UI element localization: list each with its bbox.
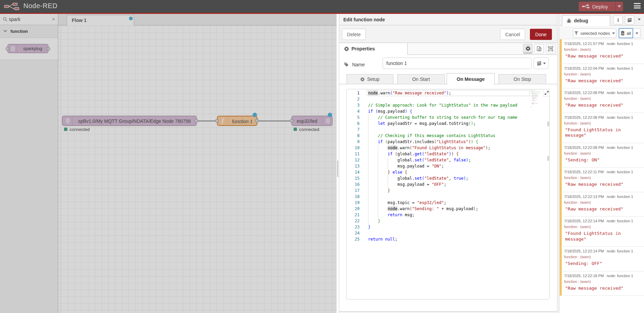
debug-message-node: node: function 1: [607, 274, 633, 278]
tray-resize-grip: [337, 160, 338, 177]
editor-minimap[interactable]: node.warn("Raw message received");// Sim…: [531, 90, 544, 109]
debug-message-text: "Raw message received": [564, 182, 636, 187]
edit-dialog-tab-row: Properties: [339, 43, 557, 55]
edit-dialog-header: Edit function node: [339, 14, 557, 25]
debug-clear-label: all: [626, 31, 631, 36]
expand-arrows-icon: [544, 91, 549, 95]
edit-appearance-button[interactable]: [546, 44, 555, 53]
deploy-caret-icon: [618, 5, 621, 7]
filter-funnel-icon: [574, 31, 578, 35]
tab-on-message[interactable]: On Message: [447, 73, 495, 85]
debug-message-time: 7/18/2025, 12:22:14 PM: [564, 219, 604, 223]
code-line: 15 global.set("ledState", true);: [347, 175, 550, 181]
done-button[interactable]: Done: [530, 29, 552, 40]
tab-setup[interactable]: Setup: [346, 74, 393, 84]
edit-description-button[interactable]: [534, 44, 544, 53]
debug-message-meta: function : (warn): [564, 121, 644, 125]
sidebar-options-caret[interactable]: [638, 19, 641, 20]
debug-message-node: node: function 1: [607, 146, 633, 150]
debug-message-meta: function : (warn): [564, 280, 644, 284]
edit-properties-button[interactable]: [523, 44, 533, 53]
code-line: 9 if (payloadStr.includes("LightStatus")…: [347, 139, 550, 145]
node-red-logo-icon: [4, 2, 20, 10]
code-line: 6 let payloadStr = msg.payload.toString(…: [347, 120, 550, 127]
code-line: 12 global.set("ledState", false);: [347, 157, 550, 163]
code-line: 17 }: [347, 187, 550, 194]
edit-dialog-title: Edit function node: [343, 17, 385, 22]
code-line: 25return null;: [347, 236, 550, 242]
overview-ruler-mark: [547, 156, 550, 161]
delete-button[interactable]: Delete: [342, 29, 366, 40]
debug-message[interactable]: 7/18/2025, 12:22:08 PMnode: function 1fu…: [560, 88, 644, 113]
book-icon: [627, 18, 632, 23]
code-line: 19 msg.topic = "esp32/led";: [347, 200, 550, 206]
debug-message[interactable]: 7/18/2025, 12:22:14 PMnode: function 1fu…: [560, 247, 644, 271]
debug-message-node: node: function 1: [607, 170, 633, 174]
code-line: 2: [347, 96, 550, 102]
help-tab-button[interactable]: [625, 16, 634, 24]
debug-message-text: "Found LightStatus in message": [564, 231, 636, 242]
debug-message-text: "Sending: OFF": [564, 261, 636, 267]
code-line: 13 msg.payload = "ON";: [347, 163, 550, 169]
tray-resize-handle[interactable]: [337, 14, 339, 313]
code-line: 10 node.warn("Found LightStatus in messa…: [347, 145, 550, 151]
debug-message-text: "Raw message received": [564, 103, 636, 108]
debug-message-time: 7/18/2025, 12:22:08 PM: [564, 146, 604, 150]
debug-message-text: "Sending: ON": [564, 157, 636, 163]
properties-tab-label: Properties: [351, 46, 375, 51]
debug-message-time: 7/18/2025, 12:21:57 PM: [564, 42, 604, 46]
cancel-button[interactable]: Cancel: [500, 29, 525, 40]
debug-message-text: "Raw message received": [564, 206, 636, 212]
code-line: 23}: [347, 224, 550, 230]
debug-message-time: 7/18/2025, 12:22:04 PM: [564, 66, 604, 70]
tab-properties[interactable]: Properties: [339, 43, 408, 55]
info-tab-button[interactable]: i: [614, 16, 623, 24]
debug-message-meta: function : (warn): [564, 72, 644, 76]
book-icon: [537, 61, 542, 66]
debug-tab-label: debug: [574, 18, 588, 23]
debug-message-text: "Raw message received": [564, 53, 636, 59]
editor-expand-button[interactable]: [543, 89, 550, 96]
function-tab-bar: SetupOn StartOn MessageOn Stop: [339, 74, 557, 84]
trash-icon: [621, 31, 625, 36]
chevron-down-icon: [612, 32, 615, 34]
tab-on-start[interactable]: On Start: [397, 74, 445, 84]
debug-message-node: node: function 1: [607, 66, 633, 70]
name-input[interactable]: [383, 58, 532, 69]
debug-filter-button[interactable]: selected nodes: [573, 28, 616, 38]
debug-message[interactable]: 7/18/2025, 12:22:08 PMnode: function 1fu…: [560, 113, 644, 143]
main-menu-button[interactable]: [634, 3, 641, 10]
code-line: 4if (msg.payload) {: [347, 108, 550, 114]
debug-message[interactable]: 7/18/2025, 12:22:18 PMnode: function 1fu…: [560, 271, 644, 296]
debug-message-meta: function : (warn): [564, 47, 644, 51]
code-editor[interactable]: 1node.warn("Raw message received");23// …: [346, 89, 550, 299]
debug-clear-options-button[interactable]: [633, 28, 641, 38]
gear-icon: [360, 77, 365, 82]
debug-message[interactable]: 7/18/2025, 12:22:04 PMnode: function 1fu…: [560, 64, 644, 89]
debug-message[interactable]: 7/18/2025, 12:22:11 PMnode: function 1fu…: [560, 167, 644, 192]
gear-icon: [344, 46, 349, 51]
debug-message[interactable]: 7/18/2025, 12:22:08 PMnode: function 1fu…: [560, 143, 644, 168]
deploy-nodes-icon: [582, 4, 589, 9]
deploy-label: Deploy: [592, 4, 608, 9]
tab-debug[interactable]: debug: [562, 15, 610, 26]
debug-message-node: node: function 1: [607, 115, 633, 119]
code-line: 1node.warn("Raw message received");: [347, 90, 550, 96]
debug-message[interactable]: 7/18/2025, 12:22:14 PMnode: function 1fu…: [560, 217, 644, 247]
debug-message-node: node: function 1: [607, 42, 633, 46]
overview-ruler-mark: [547, 121, 550, 126]
tab-on-stop[interactable]: On Stop: [498, 74, 546, 84]
sidebar-resize-handle[interactable]: [557, 14, 560, 313]
debug-message-text: "Raw message received": [564, 78, 636, 84]
debug-message[interactable]: 7/18/2025, 12:21:57 PMnode: function 1fu…: [560, 39, 644, 64]
debug-message[interactable]: 7/18/2025, 12:22:13 PMnode: function 1fu…: [560, 192, 644, 217]
deploy-options-button[interactable]: [615, 2, 623, 11]
debug-clear-button[interactable]: all: [619, 28, 633, 38]
debug-message-meta: function : (warn): [564, 96, 644, 100]
code-line: 14 } else {: [347, 169, 550, 175]
edit-dialog-toolbar: Delete Cancel Done: [339, 26, 557, 43]
edit-dialog-footer: [339, 311, 557, 313]
name-library-button[interactable]: [534, 58, 549, 69]
gear-icon: [525, 46, 531, 51]
debug-message-node: node: function 1: [607, 195, 633, 199]
